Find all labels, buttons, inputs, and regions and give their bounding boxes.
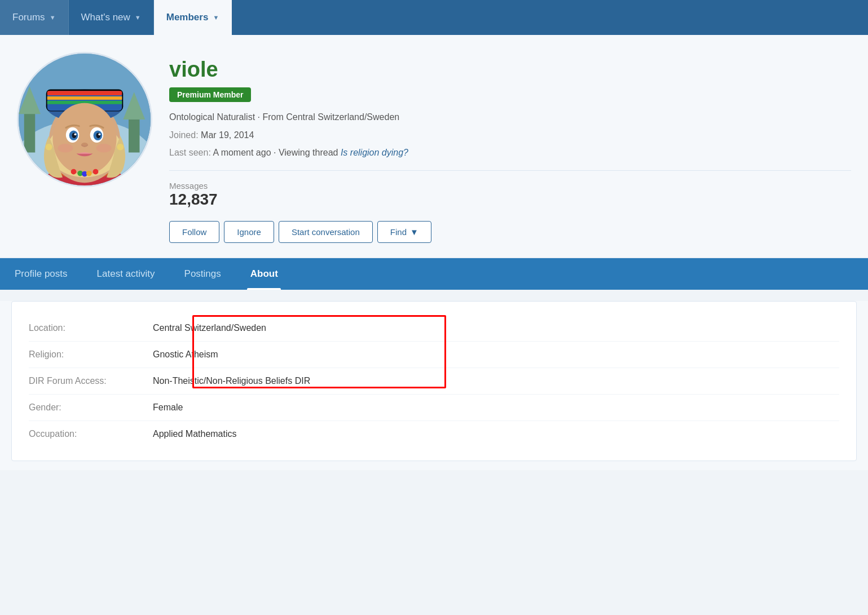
occupation-value: Applied Mathematics (153, 429, 839, 439)
members-dropdown-icon: ▼ (213, 14, 219, 21)
gender-label: Gender: (29, 402, 153, 413)
ignore-button[interactable]: Ignore (224, 221, 274, 243)
profile-area: viole Premium Member Ontological Natural… (0, 35, 868, 258)
forums-dropdown-icon: ▼ (50, 14, 56, 21)
username: viole (169, 57, 851, 82)
occupation-label: Occupation: (29, 429, 153, 439)
svg-point-36 (93, 169, 99, 175)
last-seen-label: Last seen: (169, 148, 211, 157)
svg-point-26 (98, 133, 100, 135)
profile-tagline: Ontological Naturalist · From Central Sw… (169, 110, 851, 125)
action-buttons: Follow Ignore Start conversation Find ▼ (169, 221, 851, 258)
top-navigation: Forums ▼ What's new ▼ Members ▼ (0, 0, 868, 35)
svg-point-31 (96, 144, 111, 153)
svg-point-25 (74, 133, 76, 135)
svg-point-18 (52, 103, 116, 175)
whats-new-dropdown-icon: ▼ (135, 14, 141, 21)
last-seen-info: Last seen: A moment ago · Viewing thread… (169, 145, 851, 160)
members-label: Members (166, 12, 209, 23)
messages-section: Messages 12,837 (169, 181, 851, 209)
svg-rect-15 (47, 96, 122, 100)
table-row: DIR Forum Access: Non-Theistic/Non-Relig… (29, 368, 839, 395)
last-seen-text: A moment ago · Viewing thread (213, 148, 341, 157)
svg-rect-4 (129, 114, 140, 152)
messages-count: 12,837 (169, 191, 851, 209)
svg-rect-14 (47, 91, 122, 95)
gender-value: Female (153, 402, 839, 413)
about-section: Location: Central Switzerland/Sweden Rel… (11, 301, 857, 461)
joined-date: Mar 19, 2014 (201, 130, 254, 140)
dir-forum-value: Non-Theistic/Non-Religious Beliefs DIR (153, 376, 839, 386)
svg-rect-2 (24, 109, 36, 153)
religion-label: Religion: (29, 349, 153, 360)
tab-postings[interactable]: Postings (170, 258, 236, 290)
location-label: Location: (29, 323, 153, 333)
location-value: Central Switzerland/Sweden (153, 323, 839, 333)
svg-point-30 (58, 144, 73, 153)
table-row: Religion: Gnostic Atheism (29, 342, 839, 368)
tab-latest-activity[interactable]: Latest activity (82, 258, 170, 290)
svg-point-28 (46, 144, 52, 151)
nav-item-whats-new[interactable]: What's new ▼ (69, 0, 154, 35)
premium-badge: Premium Member (169, 87, 251, 102)
joined-label: Joined: (169, 130, 199, 140)
divider (169, 170, 851, 171)
avatar (17, 52, 152, 187)
dir-forum-label: DIR Forum Access: (29, 376, 153, 386)
content-area: Location: Central Switzerland/Sweden Rel… (0, 301, 868, 470)
profile-info: viole Premium Member Ontological Natural… (169, 52, 851, 258)
whats-new-label: What's new (81, 12, 130, 23)
forums-label: Forums (12, 12, 45, 23)
nav-item-members[interactable]: Members ▼ (154, 0, 232, 35)
svg-point-35 (86, 171, 92, 176)
start-conversation-button[interactable]: Start conversation (279, 221, 373, 243)
svg-point-32 (71, 169, 77, 175)
find-button[interactable]: Find ▼ (377, 221, 431, 243)
info-rows-container: Location: Central Switzerland/Sweden Rel… (29, 315, 839, 447)
viewing-thread-link[interactable]: Is religion dying? (341, 148, 408, 157)
find-dropdown-icon: ▼ (410, 227, 418, 237)
nav-item-forums[interactable]: Forums ▼ (0, 0, 69, 35)
svg-point-29 (117, 144, 124, 151)
tabs-bar: Profile posts Latest activity Postings A… (0, 258, 868, 290)
table-row: Location: Central Switzerland/Sweden (29, 315, 839, 342)
follow-button[interactable]: Follow (169, 221, 219, 243)
messages-label: Messages (169, 181, 851, 191)
joined-info: Joined: Mar 19, 2014 (169, 128, 851, 143)
table-row: Occupation: Applied Mathematics (29, 421, 839, 447)
tab-about[interactable]: About (236, 258, 293, 290)
tab-profile-posts[interactable]: Profile posts (0, 258, 82, 290)
religion-value: Gnostic Atheism (153, 349, 839, 360)
table-row: Gender: Female (29, 395, 839, 421)
